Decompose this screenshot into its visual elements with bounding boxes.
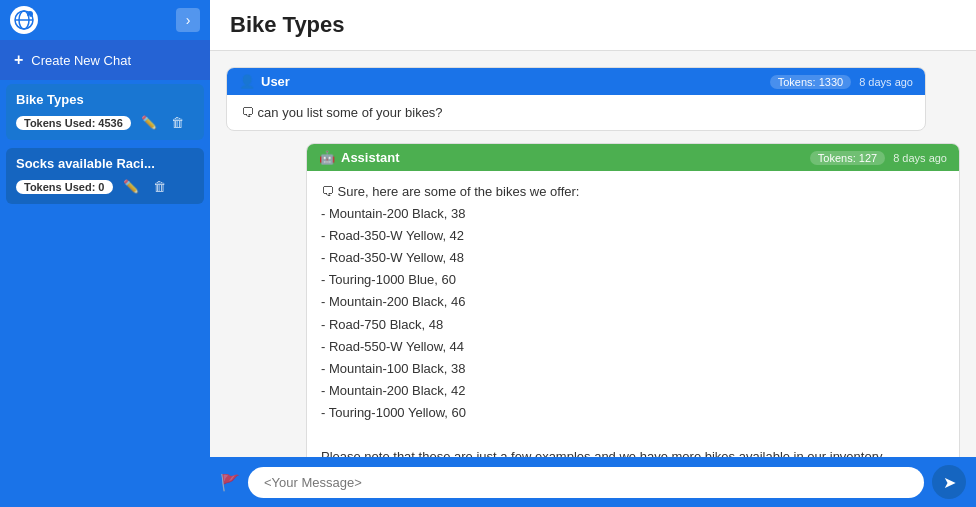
list-item: - Mountain-100 Black, 38 (321, 358, 945, 380)
user-avatar-icon: 👤 (239, 74, 255, 89)
tokens-badge-bike-types: Tokens Used: 4536 (16, 116, 131, 130)
list-item: - Mountain-200 Black, 42 (321, 380, 945, 402)
assistant-note: Please note that these are just a few ex… (321, 446, 945, 457)
list-item: - Road-350-W Yellow, 48 (321, 247, 945, 269)
main-header: Bike Types (210, 0, 976, 51)
user-bubble-meta: Tokens: 1330 8 days ago (770, 75, 913, 89)
list-item: - Touring-1000 Blue, 60 (321, 269, 945, 291)
list-item: - Mountain-200 Black, 46 (321, 291, 945, 313)
edit-bike-types-button[interactable]: ✏️ (137, 113, 161, 132)
user-time: 8 days ago (859, 76, 913, 88)
list-item: - Touring-1000 Yellow, 60 (321, 402, 945, 424)
assistant-icon: 🤖 (319, 150, 335, 165)
sidebar: + › + Create New Chat Bike Types Tokens … (0, 0, 210, 507)
chat-title-socks: Socks available Raci... (16, 156, 194, 171)
logo-icon: + (10, 6, 38, 34)
assistant-intro: 🗨 Sure, here are some of the bikes we of… (321, 181, 945, 203)
create-new-chat-label: Create New Chat (31, 53, 131, 68)
edit-socks-button[interactable]: ✏️ (119, 177, 143, 196)
message-input[interactable] (248, 467, 924, 498)
list-item: - Road-550-W Yellow, 44 (321, 336, 945, 358)
user-name: 👤 User (239, 74, 290, 89)
sidebar-logo: + (10, 6, 38, 34)
assistant-time: 8 days ago (893, 152, 947, 164)
delete-bike-types-button[interactable]: 🗑 (167, 113, 188, 132)
user-tokens: Tokens: 1330 (770, 75, 851, 89)
assistant-message-bubble: 🤖 Assistant Tokens: 127 8 days ago 🗨 Sur… (306, 143, 960, 457)
send-button[interactable]: ➤ (932, 465, 966, 499)
plus-icon: + (14, 51, 23, 69)
sidebar-toggle-button[interactable]: › (176, 8, 200, 32)
list-item: - Road-750 Black, 48 (321, 314, 945, 336)
chat-area[interactable]: 👤 User Tokens: 1330 8 days ago 🗨 can you… (210, 51, 976, 457)
chat-meta-bike-types: Tokens Used: 4536 ✏️ 🗑 (16, 113, 194, 132)
delete-socks-button[interactable]: 🗑 (149, 177, 170, 196)
assistant-bubble-meta: Tokens: 127 8 days ago (810, 151, 947, 165)
assistant-message-body: 🗨 Sure, here are some of the bikes we of… (307, 171, 959, 457)
assistant-bike-list: - Mountain-200 Black, 38- Road-350-W Yel… (321, 203, 945, 424)
user-message-body: 🗨 can you list some of your bikes? (227, 95, 925, 130)
list-item: - Mountain-200 Black, 38 (321, 203, 945, 225)
message-input-bar: 🚩 ➤ (210, 457, 976, 507)
tokens-badge-socks: Tokens Used: 0 (16, 180, 113, 194)
user-message-bubble: 👤 User Tokens: 1330 8 days ago 🗨 can you… (226, 67, 926, 131)
assistant-bubble-header: 🤖 Assistant Tokens: 127 8 days ago (307, 144, 959, 171)
sidebar-header: + › (0, 0, 210, 40)
sidebar-item-socks[interactable]: Socks available Raci... Tokens Used: 0 ✏… (6, 148, 204, 204)
send-icon: ➤ (943, 473, 956, 492)
create-new-chat-button[interactable]: + Create New Chat (0, 40, 210, 80)
chat-title-bike-types: Bike Types (16, 92, 194, 107)
main-content: Bike Types 👤 User Tokens: 1330 8 days ag… (210, 0, 976, 507)
message-flag-icon: 🚩 (220, 473, 240, 492)
sidebar-item-bike-types[interactable]: Bike Types Tokens Used: 4536 ✏️ 🗑 (6, 84, 204, 140)
list-item: - Road-350-W Yellow, 42 (321, 225, 945, 247)
chat-meta-socks: Tokens Used: 0 ✏️ 🗑 (16, 177, 194, 196)
user-bubble-header: 👤 User Tokens: 1330 8 days ago (227, 68, 925, 95)
assistant-tokens: Tokens: 127 (810, 151, 885, 165)
page-title: Bike Types (230, 12, 956, 38)
assistant-name: 🤖 Assistant (319, 150, 400, 165)
